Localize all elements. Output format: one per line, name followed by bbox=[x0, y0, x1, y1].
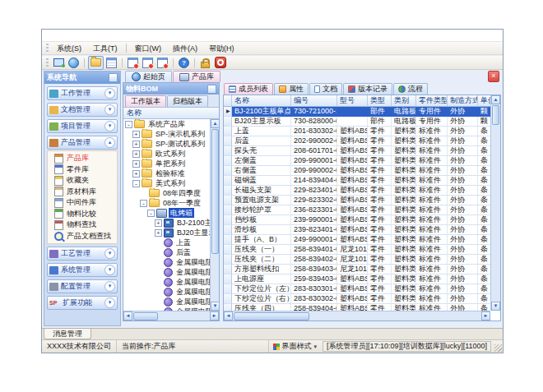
tree-column-header[interactable]: 名称 bbox=[123, 108, 219, 119]
lock-icon[interactable] bbox=[198, 57, 212, 69]
scroll-track[interactable] bbox=[491, 126, 500, 302]
tree-node-2[interactable]: +SP-测试机系列 bbox=[123, 139, 210, 149]
table-row[interactable]: 压线夹（一）258-839401-00E尼龙1010零件塑料类标准件外协条 bbox=[224, 245, 490, 255]
toolbar-grip-icon[interactable] bbox=[46, 58, 49, 67]
expand-icon[interactable]: + bbox=[132, 150, 140, 158]
scroll-up-icon[interactable]: ▲ bbox=[211, 119, 219, 128]
sidebar-item-product-library[interactable]: 产品库 bbox=[48, 153, 117, 164]
expand-icon[interactable]: + bbox=[155, 219, 162, 227]
table-row[interactable]: 方形塑料线扣258-839403-00E尼龙1010零件塑料类标准件外协条 bbox=[224, 265, 490, 274]
tree-vertical-scrollbar[interactable]: ▲ ▼ bbox=[210, 119, 219, 311]
sidebar-item-parts-library[interactable]: 零件库 bbox=[48, 164, 117, 176]
sidebar-group-project-mgmt[interactable]: 项目管理▾ bbox=[47, 119, 118, 133]
table-row[interactable]: 后盖202-990002-01E塑料ABS零件塑料类标准件外协条 bbox=[224, 136, 490, 146]
tree-node-11[interactable]: +BJ20主显示板 bbox=[123, 228, 210, 238]
expand-icon[interactable]: + bbox=[132, 141, 140, 148]
collapse-icon[interactable]: - bbox=[147, 210, 155, 217]
tree-node-18[interactable]: 金属膜电阻器 bbox=[123, 297, 210, 307]
collapse-icon[interactable]: - bbox=[132, 180, 140, 187]
column-header-3[interactable]: 类型 bbox=[368, 95, 392, 107]
table-row[interactable]: 预置电源支架229-823302-00E塑料ABS零件塑料类标准件外协条 bbox=[224, 196, 490, 205]
table-row[interactable]: 磁钢盖214-839404-01E塑料ABS零件塑料类标准件外协条 bbox=[224, 176, 490, 186]
open-window-icon[interactable] bbox=[88, 56, 104, 70]
scroll-left-icon[interactable]: ◄ bbox=[123, 311, 132, 321]
tab-start-page[interactable]: 起始页 bbox=[125, 71, 172, 82]
table-row[interactable]: 下纱定位片（右）283-830302-00E塑料ABS零件塑料类标准件外协条 bbox=[224, 294, 490, 304]
tab-version-history[interactable]: 版本记录 bbox=[343, 83, 392, 95]
sidebar-group-system-mgmt[interactable]: 系统管理▾ bbox=[47, 263, 118, 277]
table-row[interactable]: 左侧盖209-990001-01E塑料ABS零件塑料类标准件外协条 bbox=[224, 156, 490, 166]
scroll-left-icon[interactable]: ◄ bbox=[224, 311, 233, 321]
tab-member-list[interactable]: 成员列表 bbox=[224, 83, 273, 95]
table-row[interactable]: 探头壳208-601701-01E塑料ABS零件塑料类标准件外协条 bbox=[224, 146, 490, 156]
menu-item-tools[interactable]: 工具(T) bbox=[87, 43, 123, 54]
tree-node-0[interactable]: -系统产品库 bbox=[123, 119, 210, 129]
window-grid-icon[interactable] bbox=[104, 57, 118, 69]
window-refresh-icon[interactable] bbox=[141, 57, 155, 69]
scroll-thumb[interactable] bbox=[234, 312, 309, 321]
tab-documents[interactable]: 文档 bbox=[309, 83, 342, 95]
expand-icon[interactable]: + bbox=[132, 131, 140, 138]
tree-node-14[interactable]: 金属膜电阻器 bbox=[123, 257, 210, 267]
grid-horizontal-scrollbar[interactable]: ◄ ► bbox=[224, 311, 490, 321]
tree-node-16[interactable]: 金属膜电阻器 bbox=[123, 277, 210, 287]
sidebar-item-product-doc-search[interactable]: 产品文档查找 bbox=[48, 231, 117, 242]
tree-node-17[interactable]: 金属膜电阻器 bbox=[123, 287, 210, 297]
scroll-thumb[interactable] bbox=[492, 105, 499, 125]
table-row[interactable]: 上盖201-830302-00E塑料ABS零件塑料类标准件外协条 bbox=[224, 127, 490, 136]
column-header-1[interactable]: 编号 bbox=[291, 95, 337, 107]
menu-item-window[interactable]: 窗口(W) bbox=[129, 43, 168, 54]
column-header-2[interactable]: 型号 bbox=[337, 95, 368, 107]
sidebar-group-config-mgmt[interactable]: 配置管理▾ bbox=[47, 279, 118, 293]
table-row[interactable]: 右侧盖209-990002-01E塑料ABS零件塑料类标准件外协条 bbox=[224, 166, 490, 176]
expand-icon[interactable]: + bbox=[132, 170, 140, 178]
sidebar-group-doc-mgmt[interactable]: 文档管理▾ bbox=[47, 103, 118, 117]
column-header-6[interactable]: 制造方式 bbox=[448, 95, 478, 107]
tree-node-5[interactable]: +检验标准 bbox=[123, 168, 210, 178]
column-header-7[interactable]: 单位 bbox=[478, 95, 491, 107]
table-row[interactable]: 滑纱板239-823401-00E塑料ABS零件塑料类标准件外协条 bbox=[224, 225, 490, 235]
chevron-down-icon[interactable]: ▾ bbox=[104, 88, 115, 99]
sidebar-item-material-compare[interactable]: 物料比较 bbox=[48, 209, 117, 220]
globe-icon[interactable] bbox=[67, 57, 81, 69]
chevron-down-icon[interactable]: ▾ bbox=[104, 297, 115, 308]
expand-icon[interactable]: + bbox=[132, 160, 140, 168]
tree-horizontal-scrollbar[interactable]: ◄ ► bbox=[123, 311, 219, 321]
scroll-track[interactable] bbox=[211, 255, 219, 302]
chevron-down-icon[interactable]: ▾ bbox=[104, 121, 115, 131]
help-icon[interactable] bbox=[177, 57, 191, 69]
table-row[interactable]: 下纱定位片（左）283-830301-00E塑料ABS零件塑料类标准件外协条 bbox=[224, 284, 490, 294]
column-header-0[interactable]: 名称 bbox=[232, 95, 291, 107]
table-row[interactable]: BJ20主显示板730-828000-04E部件电路板专用件外协颗 bbox=[224, 117, 490, 127]
sidebar-group-extensions[interactable]: SP扩展功能▾ bbox=[47, 296, 118, 310]
tab-attributes[interactable]: 属性 bbox=[274, 83, 309, 95]
menubar-grip-icon[interactable] bbox=[46, 44, 49, 53]
sidebar-group-process-mgmt[interactable]: 工艺管理▾ bbox=[47, 247, 118, 261]
menu-item-help[interactable]: 帮助(H) bbox=[203, 43, 240, 54]
window-badge-icon[interactable] bbox=[155, 57, 169, 69]
tree-node-7[interactable]: 08年四季度 bbox=[123, 188, 210, 198]
tree-node-3[interactable]: +欧式系列 bbox=[123, 149, 210, 159]
tree-node-4[interactable]: +单把系列 bbox=[123, 159, 210, 168]
scroll-thumb[interactable] bbox=[211, 129, 219, 254]
sidebar-item-favorites[interactable]: 收藏夹 bbox=[48, 175, 117, 187]
tree-node-1[interactable]: +SP-演示机系列 bbox=[123, 129, 210, 139]
window-close-icon[interactable] bbox=[126, 57, 140, 69]
sidebar-item-raw-material-library[interactable]: 原材料库 bbox=[48, 187, 117, 198]
chevron-down-icon[interactable]: ▾ bbox=[104, 248, 115, 259]
expand-icon[interactable]: + bbox=[155, 229, 162, 237]
tree-node-10[interactable]: +BJ-2100主板单点 bbox=[123, 218, 210, 228]
grid-vertical-scrollbar[interactable]: ▲ ▼ bbox=[490, 95, 500, 311]
scroll-right-icon[interactable]: ► bbox=[481, 311, 490, 321]
tree-node-6[interactable]: -美式系列 bbox=[123, 178, 210, 188]
table-row[interactable]: 上电源座259-839403-00E塑料ABS零件塑料类标准件外协条 bbox=[224, 274, 490, 284]
table-row[interactable]: 长磁头支架229-823401-00E塑料ABS零件塑料类标准件外协条 bbox=[224, 186, 490, 196]
sync-client-icon[interactable] bbox=[52, 57, 66, 69]
column-header-4[interactable]: 类别 bbox=[392, 95, 416, 107]
column-header-5[interactable]: 零件类型 bbox=[416, 95, 448, 107]
table-row[interactable]: 压线夹（二）258-839402-00E尼龙1010零件塑料类标准件外协条 bbox=[224, 255, 490, 265]
tab-workflow[interactable]: 流程 bbox=[393, 83, 428, 95]
tree-node-13[interactable]: 后盖 bbox=[123, 247, 210, 257]
table-row[interactable]: 压线夹（四）258-839404-00E塑料ABS零件塑料类标准件外协条 bbox=[224, 304, 490, 311]
chevron-down-icon[interactable]: ▾ bbox=[104, 281, 115, 292]
